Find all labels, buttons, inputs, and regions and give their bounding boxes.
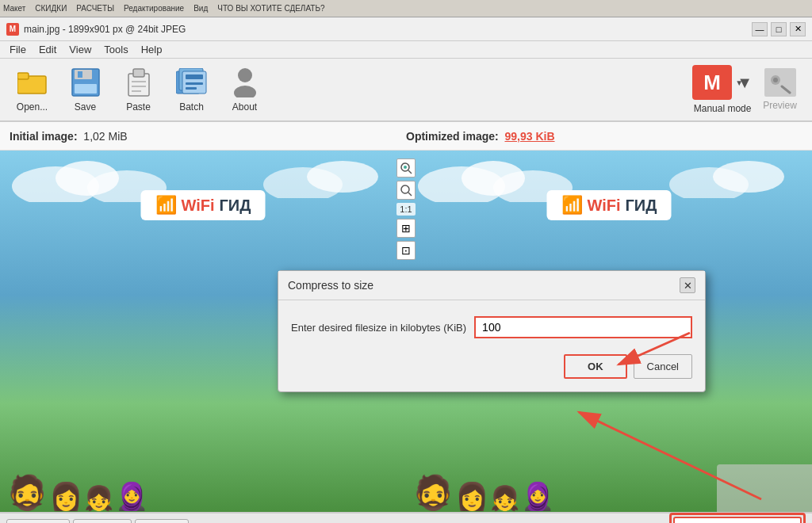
jpeg-format-button[interactable]: JPG JPEG [6,519,70,523]
png-format-button[interactable]: PNG PNG [73,519,132,523]
thumbnail-overlay [717,464,812,512]
redo-button[interactable]: ↪ [568,519,590,523]
svg-rect-1 [17,73,29,79]
browser-tab-4[interactable]: Редактирование [124,4,184,13]
svg-line-32 [408,193,412,196]
download-icon: ⬇ [593,519,615,523]
open-button[interactable]: Open... [6,62,58,117]
save-icon [70,67,102,98]
menu-bar: File Edit View Tools Help [0,41,812,59]
dialog-close-button[interactable]: ✕ [680,277,695,293]
svg-point-30 [404,166,407,169]
svg-point-18 [234,86,256,97]
wifi-logo-left: 📶 WiFi ГИД [141,190,266,220]
menu-edit[interactable]: Edit [33,42,63,57]
about-button[interactable]: About [219,62,270,117]
menu-tools[interactable]: Tools [98,42,134,57]
svg-point-27 [307,161,378,193]
dialog-body: Enter desired filesize in kilobytes (KiB… [278,300,705,354]
batch-icon [176,67,208,98]
initial-info: Initial image: 1,02 MiB [10,130,406,143]
browser-tab-6[interactable]: ЧТО ВЫ ХОТИТЕ СДЕЛАТЬ? [217,4,324,13]
title-bar: M main.jpg - 1899x901 px @ 24bit JPEG — … [0,17,812,41]
preview-icon [764,68,796,97]
browser-bar: Макет СКИДКИ РАСЧЕТЫ Редактирование Вид … [0,0,812,17]
manual-mode-badge[interactable]: M [692,65,732,100]
wifi-logo-right: 📶 WiFi ГИД [547,190,672,220]
manual-mode-label: Manual mode [694,103,752,114]
save-label: Save [75,101,96,113]
dialog-buttons: OK Cancel [278,354,705,391]
optimized-info: Optimized image: 99,93 KiB [406,130,802,143]
svg-rect-3 [75,70,92,79]
back-icon[interactable]: ◀ [619,519,641,523]
svg-rect-14 [186,74,203,79]
preview-button[interactable]: Preview [754,62,806,117]
dialog-cancel-button[interactable]: Cancel [634,354,692,379]
filesize-input[interactable] [474,316,692,338]
zoom-out-button[interactable] [396,181,416,200]
dialog-label: Enter desired filesize in kilobytes (KiB… [291,322,466,334]
about-label: About [232,101,257,113]
close-button[interactable]: ✕ [790,22,806,36]
compress-to-size-dialog[interactable]: Compress to size ✕ Enter desired filesiz… [278,270,706,392]
svg-rect-16 [186,87,197,90]
browser-tab-1[interactable]: Макет [3,4,25,13]
preview-label: Preview [763,100,797,111]
bottom-bar: JPG JPEG PNG PNG GIF GIF ↩ ↪ ⬇ ◀ ⊞ 🗜 Com… [0,512,812,523]
paste-button[interactable]: Paste [113,62,164,117]
fit-page-button[interactable]: ⊡ [396,241,416,260]
browser-tab-2[interactable]: СКИДКИ [35,4,67,13]
svg-point-22 [773,78,778,82]
svg-rect-15 [186,82,203,85]
app-icon: M [6,23,19,36]
svg-point-17 [238,68,252,82]
maximize-button[interactable]: □ [771,22,787,36]
dialog-input-row: Enter desired filesize in kilobytes (KiB… [291,316,692,338]
manual-mode-group: M ▼ Manual mode [692,65,753,114]
svg-line-29 [408,170,412,174]
batch-label: Batch [179,101,204,113]
svg-point-31 [401,185,409,193]
browser-tab-5[interactable]: Вид [193,4,208,13]
menu-view[interactable]: View [63,42,98,57]
svg-rect-19 [766,71,795,94]
window-title: main.jpg - 1899x901 px @ 24bit JPEG [24,24,186,35]
folder-icon [17,67,48,98]
m-letter: M [703,71,721,95]
undo-button[interactable]: ↩ [542,519,565,523]
info-bar: Initial image: 1,02 MiB Optimized image:… [0,122,812,151]
paste-icon [123,67,155,98]
svg-rect-5 [75,84,97,94]
fit-width-button[interactable]: ⊞ [396,219,416,238]
browser-tab-3[interactable]: РАСЧЕТЫ [76,4,114,13]
save-button[interactable]: Save [59,62,111,117]
dialog-ok-button[interactable]: OK [564,354,627,379]
initial-label: Initial image: [10,130,78,143]
person-icon [229,67,261,98]
minimize-button[interactable]: — [752,22,768,36]
gif-format-button[interactable]: GIF GIF [135,519,189,523]
action-icons: ↩ ↪ ⬇ ◀ ⊞ [542,519,666,523]
scale-label: 1:1 [396,203,415,216]
paste-label: Paste [126,101,151,113]
optimized-size: 99,93 KiB [504,130,554,143]
svg-rect-7 [133,69,144,77]
dialog-title: Compress to size [288,279,373,292]
compress-to-size-button[interactable]: 🗜 Compress to size [673,517,802,523]
compress-highlight-border: 🗜 Compress to size [669,513,806,523]
menu-file[interactable]: File [3,42,33,57]
main-content: 📶 WiFi ГИД 🧔 👩 👧 🧕 [0,151,812,512]
open-label: Open... [17,101,48,113]
dialog-title-bar: Compress to size ✕ [278,271,705,300]
resize-icon[interactable]: ⊞ [644,519,666,523]
optimized-label: Optimized image: [406,130,499,143]
zoom-in-button[interactable] [396,158,416,178]
initial-size: 1,02 MiB [83,130,127,143]
menu-help[interactable]: Help [135,42,169,57]
batch-button[interactable]: Batch [166,62,217,117]
svg-rect-4 [78,71,82,78]
svg-point-37 [713,161,784,193]
toolbar: Open... Save Paste [0,59,812,122]
